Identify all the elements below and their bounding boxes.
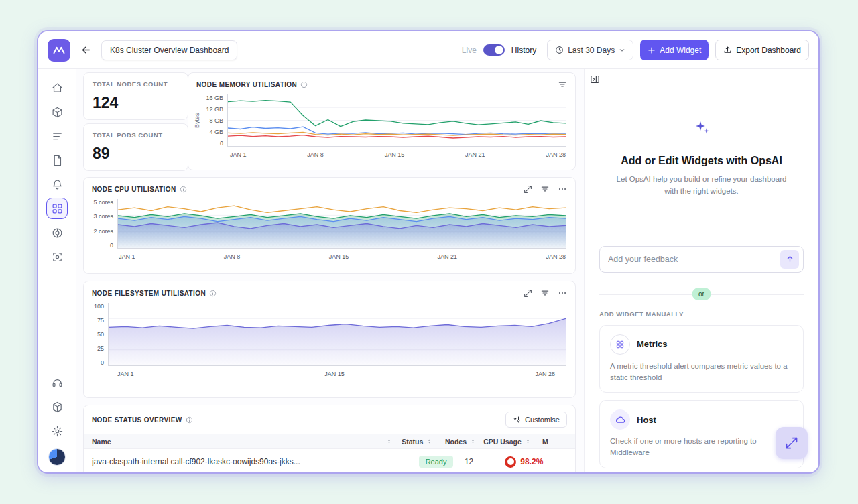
host-cloud-icon [610,410,630,430]
arrow-left-icon [80,44,92,56]
node-name-cell[interactable]: java-claspath-internal call-cf902-lkaskc… [92,457,300,466]
widget-description: Check if one or more hosts are reporting… [610,436,793,459]
info-icon[interactable] [186,416,193,424]
dashboard-content: TOTAL NODES COUNT 124 TOTAL PODS COUNT 8… [76,69,584,472]
sliders-icon [513,416,521,424]
total-nodes-card[interactable]: TOTAL NODES COUNT 124 [83,72,188,120]
expand-icon[interactable] [524,185,532,194]
expand-arrows-icon [785,436,798,450]
sidebar-item-dashboards[interactable] [46,198,68,219]
history-label: History [511,46,536,55]
filesystem-y-ticks: 1007550250 [89,303,108,366]
col-header-memory[interactable]: M [542,438,548,446]
filter-icon[interactable] [540,184,550,194]
back-button[interactable] [77,42,95,59]
filesystem-chart-title: NODE FILESYSTEM UTILISATION [92,290,206,297]
opsai-title: Add or Edit Widgets with OpsAI [621,155,782,167]
widget-card-metrics[interactable]: Metrics A metric threshold alert compare… [599,325,804,393]
left-sidebar [38,69,76,472]
cpu-usage-cell: 98.2% [520,457,543,466]
info-icon[interactable] [300,81,308,88]
cpu-usage-donut [505,456,516,468]
table-header-row: Name Status Nodes CPU Usage M [84,434,575,449]
expand-panel-button[interactable] [776,427,808,459]
sidebar-item-infrastructure[interactable] [46,101,68,123]
info-icon[interactable] [180,186,187,193]
cpu-chart-title: NODE CPU UTILISATION [92,186,176,193]
col-header-cpu[interactable]: CPU Usage [483,438,522,446]
customise-label: Customise [525,416,560,424]
filesystem-utilisation-card: NODE FILESYSTEM UTILISATION [83,281,576,398]
cpu-chart-plot[interactable] [117,199,566,249]
collapse-panel-icon[interactable] [590,74,600,87]
dashboard-grid-icon [52,203,63,214]
total-nodes-value: 124 [93,94,179,112]
sidebar-item-integrations[interactable] [46,396,68,418]
node-status-title: NODE STATUS OVERVIEW [92,416,182,424]
live-history-toggle[interactable] [483,44,505,56]
sidebar-item-home[interactable] [46,77,68,99]
helm-wheel-icon [52,227,63,239]
filesystem-x-ticks: JAN 1JAN 15JAN 28 [84,366,575,377]
memory-utilisation-card: NODE MEMORY UTILISATION Bytes 16 GB12 GB… [188,72,576,170]
feedback-input[interactable] [608,255,780,264]
sidebar-item-kubernetes[interactable] [46,222,68,243]
sidebar-item-synthetics[interactable] [46,246,68,267]
col-header-status[interactable]: Status [402,438,423,446]
total-pods-card[interactable]: TOTAL PODS COUNT 89 [83,123,188,171]
sidebar-item-settings[interactable] [46,420,68,442]
widget-card-host[interactable]: Host Check if one or more hosts are repo… [599,400,804,468]
memory-chart-title: NODE MEMORY UTILISATION [196,81,297,88]
date-range-dropdown[interactable]: Last 30 Days [547,40,633,60]
middleware-logo[interactable] [48,39,70,62]
live-label: Live [462,46,477,55]
table-row[interactable]: java-claspath-internal call-cf902-lkaskc… [84,449,575,472]
export-icon [723,46,732,54]
export-dashboard-button[interactable]: Export Dashboard [715,40,809,60]
home-icon [52,82,63,94]
feedback-input-wrap [599,246,804,273]
sort-icon[interactable] [426,438,432,444]
logo-wave-icon [52,44,66,57]
expand-icon[interactable] [524,289,532,298]
node-status-card: NODE STATUS OVERVIEW Customise Name Stat… [83,405,576,472]
date-range-label: Last 30 Days [568,46,615,55]
widget-name: Host [637,415,656,425]
gear-icon [52,426,63,437]
opsai-panel: Add or Edit Widgets with OpsAI Let OpsAI… [584,69,818,472]
memory-chart-plot[interactable] [227,94,566,147]
submit-feedback-button[interactable] [780,250,799,269]
customise-button[interactable]: Customise [505,412,567,428]
clock-icon [555,46,564,54]
col-header-name[interactable]: Name [92,438,111,446]
sort-icon[interactable] [470,438,476,444]
filter-icon[interactable] [540,288,550,298]
top-bar: K8s Cluster Overview Dashboard Live Hist… [38,32,818,69]
col-header-nodes[interactable]: Nodes [445,438,467,446]
total-pods-value: 89 [93,145,179,163]
info-icon[interactable] [209,290,217,297]
app-window: K8s Cluster Overview Dashboard Live Hist… [37,30,820,474]
widget-description: A metric threshold alert compares metric… [610,361,793,384]
sidebar-item-support[interactable] [46,372,68,393]
opsai-sparkle-icon [691,117,713,141]
sidebar-item-logs[interactable] [46,125,68,147]
add-widget-button[interactable]: Add Widget [640,40,709,60]
filter-icon[interactable] [558,80,567,89]
sort-icon[interactable] [386,438,392,444]
or-pill: or [692,288,711,300]
sidebar-item-alerts[interactable] [46,174,68,195]
filesystem-chart-plot[interactable] [108,303,566,366]
opsai-subtitle: Let OpsAI help you build or refine your … [614,174,790,198]
more-options-icon[interactable] [558,184,567,194]
sidebar-item-reports[interactable] [46,149,68,171]
stat-cards-column: TOTAL NODES COUNT 124 TOTAL PODS COUNT 8… [83,72,188,170]
alert-bell-icon [52,179,63,190]
total-nodes-label: TOTAL NODES COUNT [93,80,179,88]
package-icon [52,401,63,413]
more-options-icon[interactable] [558,288,567,298]
breadcrumb[interactable]: K8s Cluster Overview Dashboard [101,40,237,60]
memory-x-ticks: JAN 1JAN 8JAN 15JAN 21JAN 28 [188,147,575,158]
sort-icon[interactable] [525,438,531,444]
user-avatar[interactable] [48,448,66,466]
